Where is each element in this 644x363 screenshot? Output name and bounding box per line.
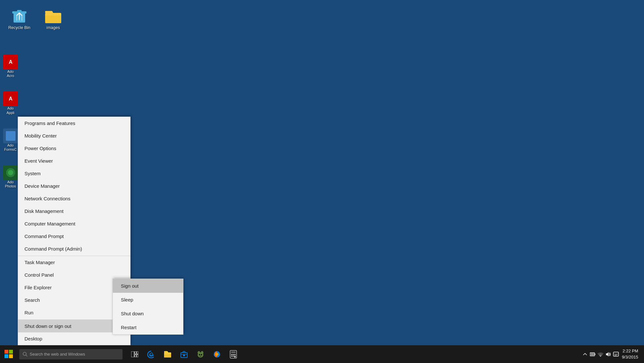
game-icon-button[interactable] xyxy=(193,345,208,363)
taskbar-icons xyxy=(127,345,241,363)
store-icon xyxy=(180,350,188,358)
menu-item-device-manager[interactable]: Device Manager xyxy=(18,180,130,192)
battery-status-icon xyxy=(590,352,596,357)
menu-item-programs-features[interactable]: Programs and Features xyxy=(18,117,130,129)
edge-browser-button[interactable] xyxy=(144,345,159,363)
svg-rect-19 xyxy=(5,354,8,358)
menu-item-power-options[interactable]: Power Options xyxy=(18,142,130,155)
firefox-icon xyxy=(213,350,221,358)
submenu-restart[interactable]: Restart xyxy=(113,320,183,334)
svg-rect-7 xyxy=(45,15,61,23)
menu-item-command-prompt[interactable]: Command Prompt xyxy=(18,230,130,243)
desktop: Recycle Bin images A Ado Acro xyxy=(0,0,644,363)
clock-time: 2:22 PM xyxy=(623,348,638,354)
taskbar-right: 2:22 PM 9/3/2015 xyxy=(582,345,644,363)
task-view-icon xyxy=(131,351,138,357)
wifi-icon[interactable] xyxy=(597,351,604,358)
adobe-acrobat-icon-2[interactable]: A Ado Appli xyxy=(0,90,21,116)
svg-rect-13 xyxy=(6,131,15,141)
search-bar-text: Search the web and Windows xyxy=(30,352,85,357)
chevron-up-icon xyxy=(583,352,587,357)
svg-rect-48 xyxy=(590,353,594,355)
menu-item-task-manager[interactable]: Task Manager xyxy=(18,256,130,269)
svg-point-34 xyxy=(201,351,203,354)
svg-text:A: A xyxy=(9,59,13,65)
svg-rect-42 xyxy=(233,354,234,355)
system-clock[interactable]: 2:22 PM 9/3/2015 xyxy=(622,348,641,360)
svg-rect-18 xyxy=(9,350,13,354)
svg-rect-40 xyxy=(231,351,236,353)
menu-item-command-prompt-admin[interactable]: Command Prompt (Admin) xyxy=(18,243,130,255)
svg-rect-17 xyxy=(5,350,8,354)
svg-rect-49 xyxy=(595,354,595,355)
calculator-icon xyxy=(230,350,237,358)
svg-point-36 xyxy=(201,354,202,355)
search-icon xyxy=(23,352,28,357)
start-button[interactable] xyxy=(0,345,18,363)
svg-point-35 xyxy=(199,354,200,355)
svg-point-50 xyxy=(600,356,601,357)
svg-rect-25 xyxy=(137,351,138,354)
notification-icon xyxy=(613,351,619,357)
action-center-icon[interactable] xyxy=(613,351,619,358)
menu-item-network-connections[interactable]: Network Connections xyxy=(18,192,130,205)
svg-rect-23 xyxy=(131,351,134,357)
svg-rect-45 xyxy=(233,356,234,357)
menu-item-event-viewer[interactable]: Event Viewer xyxy=(18,155,130,167)
wifi-status-icon xyxy=(598,352,603,357)
adobe-acrobat-icon-1[interactable]: A Ado Acro xyxy=(0,53,21,80)
taskbar: Search the web and Windows xyxy=(0,345,644,363)
task-view-button[interactable] xyxy=(127,345,142,363)
animal-icon xyxy=(196,350,205,358)
svg-rect-2 xyxy=(17,10,22,12)
file-explorer-button[interactable] xyxy=(160,345,175,363)
svg-rect-44 xyxy=(231,356,232,357)
svg-rect-26 xyxy=(135,355,136,357)
firefox-button[interactable] xyxy=(210,345,224,363)
clock-date: 9/3/2015 xyxy=(622,354,638,360)
svg-rect-41 xyxy=(231,354,232,355)
svg-rect-46 xyxy=(234,356,236,358)
svg-point-33 xyxy=(198,351,200,354)
svg-rect-31 xyxy=(183,355,185,356)
recycle-bin-label: Recycle Bin xyxy=(8,25,31,30)
taskbar-search[interactable]: Search the web and Windows xyxy=(19,349,122,359)
images-folder-icon[interactable]: images xyxy=(39,3,68,33)
notification-area xyxy=(582,351,619,358)
submenu-sleep[interactable]: Sleep xyxy=(113,293,183,307)
svg-point-16 xyxy=(8,170,13,175)
svg-point-38 xyxy=(215,353,219,356)
calculator-button[interactable] xyxy=(226,345,241,363)
store-button[interactable] xyxy=(177,345,191,363)
svg-rect-43 xyxy=(234,354,236,355)
show-hidden-icons-button[interactable] xyxy=(582,351,588,358)
file-explorer-icon xyxy=(163,350,172,358)
shut-down-submenu: Sign out Sleep Shut down Restart xyxy=(112,279,183,335)
volume-icon[interactable] xyxy=(605,351,611,358)
recycle-bin-icon[interactable]: Recycle Bin xyxy=(5,3,34,33)
svg-rect-24 xyxy=(135,351,136,354)
volume-status-icon xyxy=(605,352,611,357)
images-folder-label: images xyxy=(46,25,60,30)
edge-icon xyxy=(147,350,155,358)
svg-rect-20 xyxy=(9,354,13,358)
svg-text:A: A xyxy=(9,96,13,101)
menu-item-system[interactable]: System xyxy=(18,167,130,180)
svg-rect-54 xyxy=(614,354,618,355)
svg-rect-27 xyxy=(137,355,138,357)
svg-line-22 xyxy=(26,355,27,356)
menu-item-mobility-center[interactable]: Mobility Center xyxy=(18,129,130,142)
menu-item-computer-management[interactable]: Computer Management xyxy=(18,217,130,230)
submenu-shut-down[interactable]: Shut down xyxy=(113,307,183,320)
svg-rect-29 xyxy=(164,354,171,358)
menu-item-disk-management[interactable]: Disk Management xyxy=(18,205,130,217)
svg-rect-55 xyxy=(614,355,617,356)
battery-icon[interactable] xyxy=(590,351,596,358)
submenu-sign-out[interactable]: Sign out xyxy=(113,279,183,293)
svg-marker-51 xyxy=(606,352,609,357)
